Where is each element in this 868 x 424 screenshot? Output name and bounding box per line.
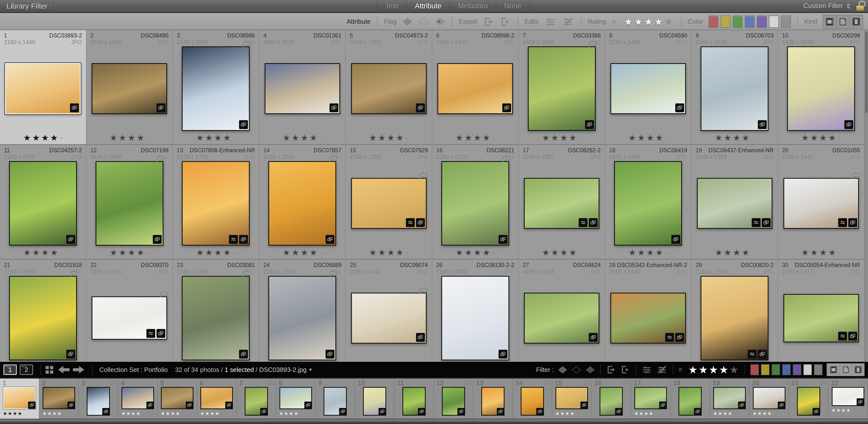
primary-window-button[interactable]: 1 — [3, 365, 17, 375]
star-icon[interactable]: ★ — [551, 248, 560, 257]
collection-badge-icon[interactable] — [156, 104, 165, 112]
edited-filter-icon[interactable] — [544, 16, 557, 27]
filmstrip-thumbnail[interactable] — [713, 387, 746, 409]
filmstrip-thumbnail[interactable] — [402, 387, 426, 416]
fifth-star-dot[interactable]: · — [147, 134, 149, 142]
star-icon[interactable]: ★ — [628, 248, 637, 257]
photo-cell[interactable]: 27DSC048244655 x 3103JPG★★★★· — [519, 260, 605, 362]
collection-badge-icon[interactable] — [758, 120, 767, 129]
filter-lock-icon[interactable] — [856, 1, 864, 11]
photo-thumbnail[interactable] — [268, 276, 336, 360]
collection-badge-icon[interactable] — [153, 235, 162, 244]
photo-cell[interactable]: 23DSC030812160 x 2700JPG★★★★· — [173, 260, 259, 362]
collection-badge-icon[interactable] — [857, 398, 864, 406]
filmstrip-cell[interactable]: 7★★★★ — [237, 378, 276, 419]
photo-cell[interactable]: 18DSC084191638 x 2048JPG★★★★· — [605, 145, 692, 260]
star-icon[interactable]: ★ — [119, 133, 128, 143]
photo-thumbnail[interactable] — [351, 63, 427, 114]
collection-badge-icon[interactable] — [675, 104, 684, 112]
color-swatch-4[interactable] — [793, 364, 802, 375]
star-icon[interactable]: ★ — [802, 133, 810, 143]
collection-badge-icon[interactable] — [536, 408, 544, 415]
secondary-window-button[interactable]: 2 — [20, 365, 33, 375]
kind-virtual-copies-icon[interactable] — [839, 364, 852, 376]
photo-cell[interactable]: 12DSC071991638 x 2048JPG★★★★· — [87, 145, 173, 260]
star-icon[interactable]: ★ — [128, 133, 136, 143]
photo-thumbnail[interactable] — [182, 161, 250, 246]
collection-badge-icon[interactable] — [615, 408, 623, 415]
rating-stars-filter[interactable]: ★★★★★ — [688, 364, 740, 376]
star-icon[interactable]: ★ — [542, 133, 551, 143]
filmstrip-cell[interactable]: 6★★★★ — [197, 378, 237, 419]
flag-reject-icon[interactable] — [434, 17, 445, 26]
color-swatch-4[interactable] — [757, 16, 767, 28]
collection-badge-icon[interactable] — [497, 408, 504, 415]
photo-rating-stars[interactable]: ★★★★· — [778, 131, 864, 144]
collection-badge-icon[interactable] — [499, 350, 507, 359]
collection-badge-icon[interactable] — [330, 104, 338, 112]
collection-badge-icon[interactable] — [304, 401, 312, 409]
photo-thumbnail[interactable] — [441, 161, 509, 246]
fifth-star-dot[interactable]: · — [838, 248, 841, 257]
collection-badge-icon[interactable] — [260, 408, 268, 415]
tab-metadata[interactable]: Metadata — [450, 2, 496, 10]
filename-caret-icon[interactable]: ▾ — [309, 367, 312, 373]
photo-thumbnail[interactable] — [182, 47, 250, 131]
collection-badge-icon[interactable] — [659, 401, 666, 409]
collection-badge-icon[interactable] — [186, 401, 193, 409]
photo-cell[interactable]: 13DSC07806-Enhanced-NR2160 x 2700JPG★★★★… — [173, 145, 259, 260]
star-icon[interactable]: ★ — [569, 248, 578, 257]
star-icon[interactable]: ★ — [396, 133, 405, 143]
star-icon[interactable]: ★ — [655, 133, 664, 143]
filmstrip-rating-stars[interactable]: ★★★★ — [832, 407, 851, 413]
filmstrip-thumbnail[interactable] — [3, 387, 36, 409]
photo-thumbnail[interactable] — [9, 161, 77, 246]
star-icon[interactable]: ★ — [110, 248, 119, 257]
unedited-filter-icon[interactable] — [562, 16, 574, 27]
photo-rating-stars[interactable]: ★★★★· — [346, 131, 432, 144]
photo-rating-stars[interactable]: ★★★★· — [87, 131, 173, 144]
collection-badge-icon[interactable] — [671, 235, 680, 244]
star-icon[interactable]: ★ — [733, 248, 742, 257]
filmstrip-cell[interactable]: 13★★★★ — [473, 378, 513, 419]
photo-cell[interactable]: 11DSC04257-22160 x 2700JPG★★★★· — [0, 145, 87, 260]
photo-thumbnail[interactable] — [611, 293, 686, 343]
photo-thumbnail[interactable] — [524, 293, 599, 343]
star-icon[interactable]: ★ — [387, 133, 396, 143]
filmstrip-thumbnail[interactable] — [122, 387, 154, 409]
star-icon[interactable]: ★ — [205, 248, 214, 257]
fifth-star-dot[interactable]: · — [579, 248, 581, 257]
star-icon[interactable]: ★ — [283, 248, 291, 257]
star-icon[interactable]: ★ — [119, 248, 128, 257]
star-icon[interactable]: ★ — [214, 133, 223, 143]
photo-thumbnail[interactable] — [528, 47, 596, 131]
filmstrip-rating-stars[interactable]: ★★★★ — [200, 411, 220, 416]
photo-rating-stars[interactable]: ★★★★· — [691, 246, 778, 259]
fifth-star-dot[interactable]: · — [60, 248, 63, 257]
edited-badge-icon[interactable] — [752, 218, 761, 227]
filmstrip-thumbnail[interactable] — [556, 387, 588, 409]
star-icon[interactable]: ★ — [644, 16, 654, 27]
star-icon[interactable]: ★ — [646, 133, 655, 143]
star-icon[interactable]: ★ — [23, 133, 32, 143]
star-icon[interactable]: ★ — [810, 133, 819, 143]
filmstrip-cell[interactable]: 20★★★★ — [749, 378, 789, 419]
star-icon[interactable]: ★ — [137, 248, 146, 257]
next-photo-icon[interactable] — [73, 366, 84, 373]
grid-scrollbar-thumb[interactable] — [865, 32, 868, 113]
filmstrip-thumbnail[interactable] — [634, 387, 667, 409]
collection-badge-icon[interactable] — [778, 401, 785, 409]
filmstrip-cell[interactable]: 22★★★★ — [829, 378, 868, 419]
filmstrip-thumbnail[interactable] — [279, 387, 312, 409]
photo-thumbnail[interactable] — [441, 276, 509, 360]
photo-thumbnail[interactable] — [437, 63, 513, 114]
filmstrip-thumbnail[interactable] — [200, 387, 233, 409]
star-icon[interactable]: ★ — [709, 364, 719, 376]
photo-rating-stars[interactable]: ★★★★· — [605, 131, 691, 144]
preset-updown-icon[interactable] — [846, 3, 850, 9]
photo-rating-stars[interactable]: ★★★★· — [432, 246, 518, 259]
color-swatch-6[interactable] — [781, 16, 791, 28]
collection-badge-icon[interactable] — [585, 120, 594, 129]
star-icon[interactable]: ★ — [802, 248, 810, 257]
collection-badge-icon[interactable] — [844, 120, 853, 129]
